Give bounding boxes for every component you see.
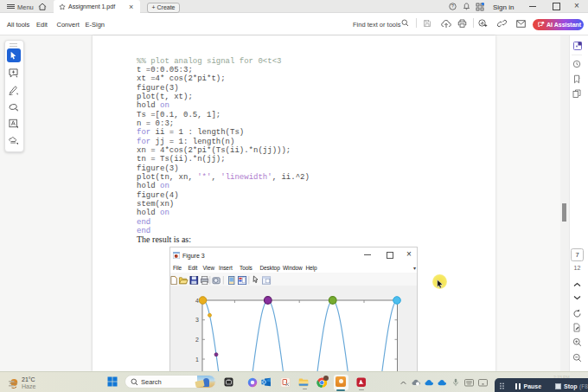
svg-text:2: 2 — [195, 337, 199, 343]
svg-text:4: 4 — [195, 298, 199, 304]
svg-text:3: 3 — [195, 317, 199, 323]
svg-text:?: ? — [451, 3, 454, 9]
svg-text:1: 1 — [195, 357, 199, 363]
